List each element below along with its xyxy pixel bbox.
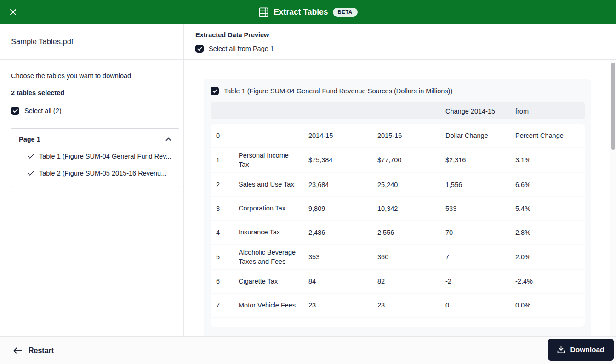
preview-title: Extracted Data Preview — [195, 31, 605, 39]
restart-label: Restart — [29, 347, 54, 355]
table-grid-icon — [258, 7, 269, 17]
checkbox-checked-icon[interactable] — [11, 107, 19, 115]
table-cell: Alcoholic Beverage Taxes and Fees — [239, 245, 297, 269]
table-cell: Motor Vehicle Fees — [239, 298, 297, 313]
table-header-cell: from — [515, 108, 585, 115]
table-1-card: Table 1 (Figure SUM-04 General Fund Reve… — [204, 79, 591, 336]
page-1-label: Page 1 — [19, 136, 40, 143]
file-name: Sample Tables.pdf — [11, 37, 73, 46]
table-cell: 10,342 — [377, 205, 445, 212]
table-cell: 4 — [211, 229, 239, 236]
download-icon — [557, 346, 565, 353]
table-cell: 3 — [211, 205, 239, 212]
vertical-scrollbar[interactable] — [610, 60, 616, 336]
table-cell: 2,556 — [377, 229, 445, 236]
table-cell: 2014-15 — [308, 132, 377, 139]
table-row: 02014-152015-16Dollar ChangePercent Chan… — [211, 124, 585, 147]
download-label: Download — [570, 346, 604, 354]
extracted-table: Change 2014-15from 02014-152015-16Dollar… — [211, 102, 585, 327]
preview-scroll-area: Table 1 (Figure SUM-04 General Fund Reve… — [184, 60, 616, 336]
select-all-checkbox-row[interactable]: Select all (2) — [11, 107, 175, 115]
modal-title: Extract Tables — [274, 7, 328, 17]
table-header-row: Change 2014-15from — [211, 102, 585, 119]
table-row: 2Sales and Use Tax23,68425,2401,5566.6% — [211, 173, 585, 196]
check-icon — [28, 171, 34, 176]
table-cell: Corporation Tax — [239, 201, 297, 216]
table-row: 3Corporation Tax9,80910,3425335.4% — [211, 197, 585, 220]
beta-badge: BETA — [333, 8, 358, 17]
choose-tables-instruction: Choose the tables you want to download — [11, 72, 175, 80]
table-cell: 353 — [308, 253, 377, 261]
checkbox-checked-icon[interactable] — [195, 45, 204, 53]
table-cell: 1,556 — [445, 181, 515, 188]
table-1-checkbox-row[interactable]: Table 1 (Figure SUM-04 General Fund Reve… — [204, 79, 591, 102]
table-cell: 7 — [211, 301, 239, 309]
table-cell: 6.6% — [515, 181, 585, 188]
chevron-up-icon — [165, 137, 171, 141]
table-cell: Sales and Use Tax — [239, 177, 297, 192]
sidebar-item-label: Table 2 (Figure SUM-05 2015-16 Revenu... — [39, 170, 166, 177]
table-row: 4Insurance Tax2,4862,556702.8% — [211, 221, 585, 244]
download-button[interactable]: Download — [548, 339, 614, 361]
table-cell: 6 — [211, 278, 239, 285]
arrow-left-icon — [13, 347, 22, 354]
checkbox-checked-icon[interactable] — [211, 87, 219, 95]
table-row-partial — [211, 318, 585, 327]
page-1-group-header[interactable]: Page 1 — [19, 136, 171, 143]
table-cell: 23,684 — [308, 181, 377, 188]
table-row: 7Motor Vehicle Fees232300.0% — [211, 294, 585, 317]
table-cell: 23 — [308, 301, 377, 309]
select-all-page-label: Select all from Page 1 — [209, 45, 274, 52]
extract-tables-modal: Extract Tables BETA Sample Tables.pdf Ch… — [0, 0, 616, 364]
file-name-header: Sample Tables.pdf — [0, 24, 183, 60]
table-cell: 0 — [445, 301, 515, 309]
table-cell: Percent Change — [515, 132, 585, 139]
restart-button[interactable]: Restart — [13, 347, 54, 355]
table-cell: 2.0% — [515, 253, 585, 261]
table-cell: 82 — [377, 278, 445, 285]
table-cell: 5 — [211, 253, 239, 261]
table-cell: 3.1% — [515, 156, 585, 164]
selected-count: 2 tables selected — [11, 89, 175, 97]
table-cell: 70 — [445, 229, 515, 236]
page-1-group: Page 1 Table 1 (Figure SUM-04 General Fu… — [11, 128, 179, 187]
modal-header: Extract Tables BETA — [0, 0, 616, 24]
sidebar-item-table-1[interactable]: Table 1 (Figure SUM-04 General Fund Rev.… — [19, 153, 171, 160]
close-icon — [10, 9, 17, 16]
preview-header: Extracted Data Preview Select all from P… — [184, 24, 616, 60]
scrollbar-thumb[interactable] — [611, 63, 615, 150]
table-cell: Cigarette Tax — [239, 274, 297, 289]
footer-bar: Restart Download — [0, 336, 616, 364]
select-all-page-checkbox-row[interactable]: Select all from Page 1 — [195, 45, 605, 53]
close-button[interactable] — [7, 6, 18, 17]
table-cell: Dollar Change — [445, 132, 515, 139]
table-cell: Personal Income Tax — [239, 148, 297, 172]
table-cell — [239, 133, 297, 138]
table-cell: 7 — [445, 253, 515, 261]
select-all-label: Select all (2) — [24, 107, 62, 114]
table-cell: 2 — [211, 181, 239, 188]
table-cell: 0.0% — [515, 301, 585, 309]
table-cell: Insurance Tax — [239, 225, 297, 239]
table-cell: $2,316 — [445, 156, 515, 164]
table-cell: 25,240 — [377, 181, 445, 188]
table-cell: 2,486 — [308, 229, 377, 236]
table-cell: $77,700 — [377, 156, 445, 164]
table-cell: 0 — [211, 132, 239, 139]
table-cell: -2.4% — [515, 278, 585, 285]
table-body: 02014-152015-16Dollar ChangePercent Chan… — [211, 124, 585, 327]
modal-title-group: Extract Tables BETA — [258, 7, 358, 17]
table-cell: 2015-16 — [377, 132, 445, 139]
table-cell: 84 — [308, 278, 377, 285]
table-row: 1Personal Income Tax$75,384$77,700$2,316… — [211, 148, 585, 172]
table-cell: 2.8% — [515, 229, 585, 236]
check-icon — [28, 154, 34, 159]
table-cell: 360 — [377, 253, 445, 261]
table-row: 5Alcoholic Beverage Taxes and Fees353360… — [211, 245, 585, 269]
sidebar: Sample Tables.pdf Choose the tables you … — [0, 24, 184, 336]
table-cell: 23 — [377, 301, 445, 309]
table-cell: -2 — [445, 278, 515, 285]
sidebar-item-label: Table 1 (Figure SUM-04 General Fund Rev.… — [39, 153, 171, 160]
sidebar-item-table-2[interactable]: Table 2 (Figure SUM-05 2015-16 Revenu... — [19, 170, 171, 177]
table-row: 6Cigarette Tax8482-2-2.4% — [211, 270, 585, 293]
